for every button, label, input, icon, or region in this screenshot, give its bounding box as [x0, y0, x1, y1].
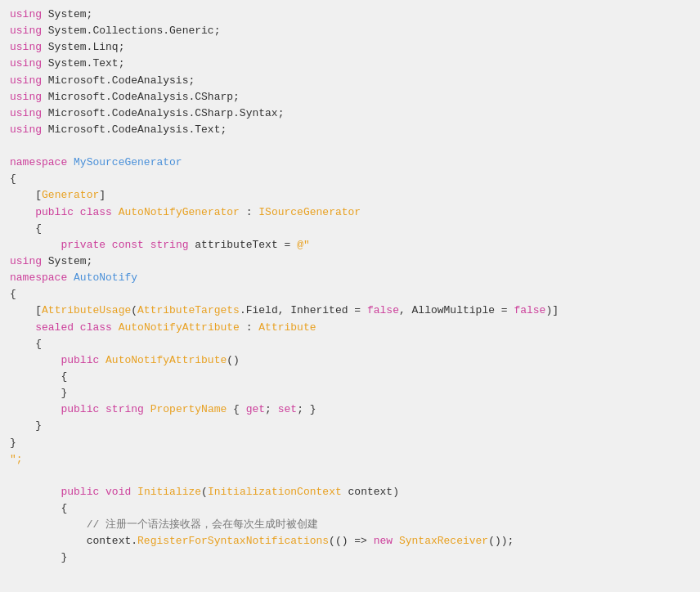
code-line-3: using System.Linq;	[0, 39, 700, 56]
comment-register: // 注册一个语法接收器，会在每次生成时被创建	[87, 517, 318, 533]
code-line-18: {	[0, 286, 700, 303]
keyword-sealed: sealed	[35, 320, 74, 336]
code-line-1: using System;	[0, 7, 700, 23]
class-autonotifyattribute: AutoNotifyAttribute	[119, 320, 240, 336]
interface-isourcegenerator: ISourceGenerator	[258, 204, 361, 221]
code-line-13: public class AutoNotifyGenerator : ISour…	[0, 204, 700, 221]
code-line-25: public string PropertyName { get; set; }	[0, 401, 700, 418]
code-line-4: using System.Text;	[0, 56, 700, 72]
code-line-9	[0, 138, 700, 155]
namespace-autonotify: AutoNotify	[74, 270, 137, 286]
code-line-17: namespace AutoNotify	[0, 270, 700, 286]
code-line-8: using Microsoft.CodeAnalysis.Text;	[0, 122, 700, 138]
method-initialize: Initialize	[137, 484, 201, 500]
code-line-15: private const string attributeText = @"	[0, 237, 700, 253]
property-propertyname: PropertyName	[150, 401, 227, 418]
keyword-using: using	[10, 105, 42, 122]
code-line-10: namespace MySourceGenerator	[0, 155, 700, 171]
keyword-using: using	[10, 73, 42, 89]
code-line-27: }	[0, 435, 700, 451]
code-line-23: {	[0, 369, 700, 385]
keyword-public-ctor: public	[61, 352, 99, 369]
code-line-7: using Microsoft.CodeAnalysis.CSharp.Synt…	[0, 105, 700, 122]
code-line-19: [AttributeUsage(AttributeTargets.Field, …	[0, 303, 700, 319]
code-line-34: }	[0, 549, 700, 566]
method-registerforsyntax: RegisterForSyntaxNotifications	[137, 533, 329, 549]
keyword-using: using	[10, 39, 42, 56]
namespace-name: MySourceGenerator	[74, 155, 182, 171]
code-line-21: {	[0, 336, 700, 352]
code-line-14: {	[0, 221, 700, 237]
code-line-11: {	[0, 171, 700, 187]
method-constructor: AutoNotifyAttribute	[105, 352, 227, 369]
code-line-28: ";	[0, 451, 700, 468]
code-line-2: using System.Collections.Generic;	[0, 23, 700, 39]
keyword-namespace-inner: namespace	[10, 270, 67, 286]
code-line-12: [Generator]	[0, 187, 700, 204]
keyword-private: private	[61, 237, 105, 253]
keyword-using: using	[10, 56, 42, 72]
attribute-usage: AttributeUsage	[42, 303, 131, 319]
string-end-quote: ";	[10, 451, 23, 468]
keyword-public-void: public	[61, 484, 99, 500]
keyword-using-inner: using	[10, 253, 42, 270]
class-attribute: Attribute	[258, 320, 316, 336]
keyword-using: using	[10, 122, 42, 138]
code-line-29	[0, 468, 700, 484]
keyword-using: using	[10, 23, 42, 39]
code-line-33: context.RegisterForSyntaxNotifications((…	[0, 533, 700, 549]
code-line-26: }	[0, 418, 700, 434]
code-line-24: }	[0, 385, 700, 401]
code-line-32: // 注册一个语法接收器，会在每次生成时被创建	[0, 517, 700, 533]
code-line-30: public void Initialize(InitializationCon…	[0, 484, 700, 500]
code-line-22: public AutoNotifyAttribute()	[0, 352, 700, 369]
code-line-6: using Microsoft.CodeAnalysis.CSharp;	[0, 89, 700, 105]
code-line-20: sealed class AutoNotifyAttribute : Attri…	[0, 320, 700, 336]
attribute-generator: Generator	[42, 187, 99, 204]
class-autonotifygenerator: AutoNotifyGenerator	[119, 204, 240, 221]
keyword-using: using	[10, 7, 42, 23]
code-line-31: {	[0, 500, 700, 517]
keyword-public-prop: public	[61, 401, 99, 418]
keyword-public: public	[35, 204, 74, 221]
code-line-16: using System;	[0, 253, 700, 270]
code-line-5: using Microsoft.CodeAnalysis;	[0, 73, 700, 89]
keyword-namespace: namespace	[10, 155, 67, 171]
code-editor: using System; using System.Collections.G…	[0, 0, 700, 592]
keyword-using: using	[10, 89, 42, 105]
